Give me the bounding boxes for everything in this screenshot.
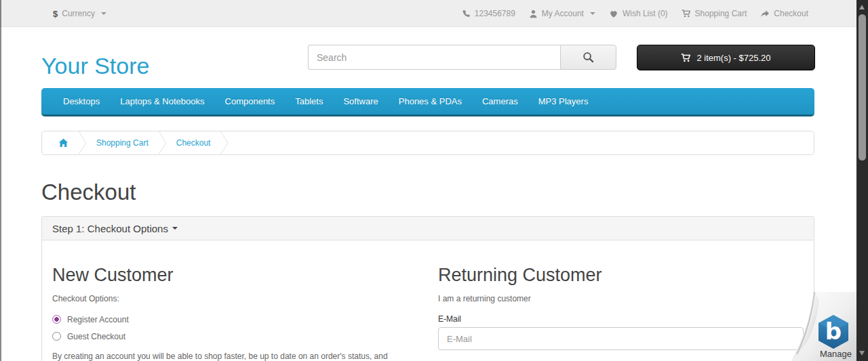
new-customer-title: New Customer — [52, 264, 418, 286]
step1-toggle-link[interactable]: Step 1: Checkout Options — [52, 223, 178, 234]
wish-list-link[interactable]: Wish List (0) — [609, 9, 668, 18]
search-group — [308, 45, 616, 70]
cart-icon — [681, 53, 691, 63]
share-arrow-icon — [760, 9, 770, 18]
chevron-down-icon — [101, 12, 106, 15]
search-input[interactable] — [308, 45, 560, 70]
main-navigation: Desktops Laptops & Notebooks Components … — [41, 88, 814, 116]
radio-button[interactable] — [52, 332, 61, 341]
nav-item-components[interactable]: Components — [215, 88, 285, 114]
topbar-links: 123456789 My Account Wish List (0) Shopp… — [462, 0, 808, 27]
currency-dropdown[interactable]: $ Currency — [53, 0, 106, 27]
chevron-down-icon — [172, 227, 178, 230]
phone-number: 123456789 — [462, 9, 515, 18]
shopping-cart-link[interactable]: Shopping Cart — [682, 9, 747, 18]
badge-logo-letter: b — [825, 318, 842, 345]
returning-customer-column: Returning Customer I am a returning cust… — [428, 251, 814, 361]
radio-label: Guest Checkout — [67, 332, 125, 341]
search-button[interactable] — [560, 45, 616, 70]
breadcrumb-separator — [158, 131, 167, 154]
breadcrumb-separator — [78, 131, 87, 154]
breadcrumb-shopping-cart[interactable]: Shopping Cart — [96, 138, 149, 148]
radio-label: Register Account — [67, 315, 129, 324]
checkout-panel: Step 1: Checkout Options New Customer Ch… — [41, 216, 814, 361]
currency-symbol: $ — [53, 9, 58, 19]
step1-panel-body: New Customer Checkout Options: Register … — [42, 240, 814, 361]
register-account-radio-row[interactable]: Register Account — [52, 311, 418, 328]
checkout-options-label: Checkout Options: — [52, 293, 418, 305]
checkout-link[interactable]: Checkout — [760, 9, 808, 18]
nav-item-desktops[interactable]: Desktops — [53, 88, 110, 114]
cart-icon — [682, 9, 691, 18]
page-title: Checkout — [41, 180, 136, 205]
nav-item-phones[interactable]: Phones & PDAs — [389, 88, 472, 114]
chevron-down-icon — [590, 12, 595, 15]
guest-checkout-radio-row[interactable]: Guest Checkout — [52, 328, 418, 345]
scroll-up-arrow-icon[interactable] — [859, 5, 865, 9]
returning-customer-intro: I am a returning customer — [438, 293, 804, 305]
nav-item-mp3[interactable]: MP3 Players — [528, 88, 599, 114]
store-logo[interactable]: Your Store — [41, 54, 149, 77]
my-account-dropdown[interactable]: My Account — [529, 9, 595, 18]
top-bar: $ Currency 123456789 My Account Wish Lis… — [0, 0, 868, 27]
breadcrumb-separator — [220, 131, 229, 154]
search-icon — [583, 51, 594, 63]
account-benefits-text: By creating an account you will be able … — [52, 352, 418, 361]
vertical-scrollbar[interactable] — [856, 0, 868, 361]
phone-icon — [462, 9, 471, 18]
bitnami-manage-badge[interactable]: b Manage — [791, 292, 856, 361]
currency-label: Currency — [62, 9, 95, 18]
scrollbar-thumb[interactable] — [859, 14, 866, 161]
window-left-edge — [0, 0, 1, 361]
breadcrumb-checkout[interactable]: Checkout — [176, 138, 211, 148]
nav-item-tablets[interactable]: Tablets — [285, 88, 333, 114]
nav-item-cameras[interactable]: Cameras — [472, 88, 528, 114]
nav-item-software[interactable]: Software — [333, 88, 388, 114]
nav-item-laptops[interactable]: Laptops & Notebooks — [110, 88, 214, 114]
returning-customer-title: Returning Customer — [438, 264, 804, 286]
email-field[interactable] — [438, 327, 804, 350]
scroll-down-arrow-icon[interactable] — [859, 351, 865, 356]
step1-panel-heading: Step 1: Checkout Options — [42, 217, 814, 240]
cart-total-button[interactable]: 2 item(s) - $725.20 — [637, 45, 815, 70]
home-icon[interactable] — [58, 138, 68, 148]
heart-icon — [609, 9, 618, 18]
email-label: E-Mail — [438, 314, 804, 324]
new-customer-column: New Customer Checkout Options: Register … — [42, 251, 428, 361]
radio-button[interactable] — [52, 315, 61, 324]
user-icon — [529, 9, 538, 18]
breadcrumb: Shopping Cart Checkout — [41, 131, 814, 155]
manage-label[interactable]: Manage — [820, 349, 852, 359]
